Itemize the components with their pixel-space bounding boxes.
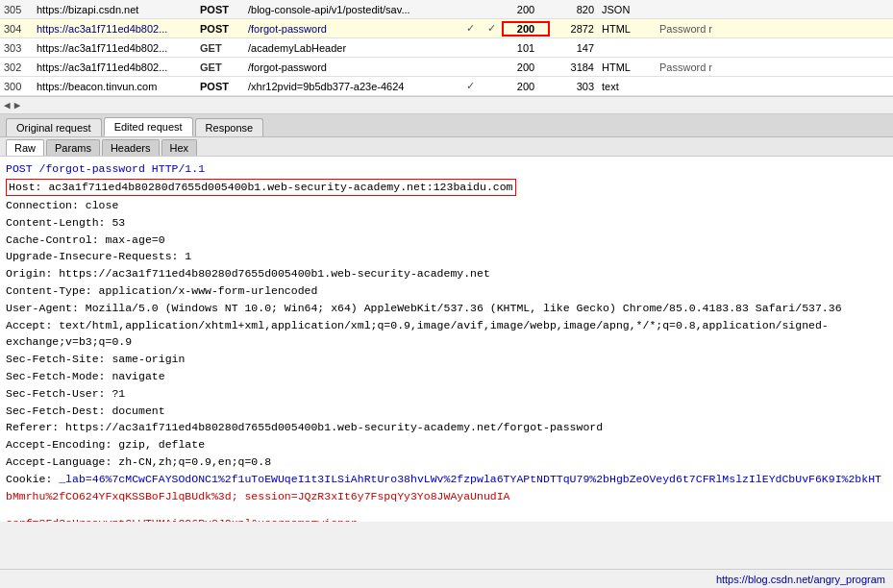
row-method: POST xyxy=(200,81,248,92)
tab-edited-request[interactable]: Edited request xyxy=(104,117,193,136)
row-host: https://bizapi.csdn.net xyxy=(37,4,200,15)
scroll-left-arrow[interactable]: ◀ xyxy=(4,99,11,111)
row-mime: text xyxy=(598,81,656,92)
row-url: /forgot-password xyxy=(248,23,459,35)
row-note: Password r xyxy=(656,23,893,35)
header-upgrade-insecure: Upgrade-Insecure-Requests: 1 xyxy=(6,248,887,265)
request-content: POST /forgot-password HTTP/1.1 Host: ac3… xyxy=(0,157,893,522)
row-length: 303 xyxy=(550,81,598,92)
row-length: 2872 xyxy=(550,23,598,35)
main-tabs: Original request Edited request Response xyxy=(0,114,893,137)
header-user-agent: User-Agent: Mozilla/5.0 (Windows NT 10.0… xyxy=(6,300,887,317)
host-line: Host: ac3a1f711ed4b80280d7655d005400b1.w… xyxy=(6,179,516,196)
request-table: 305 https://bizapi.csdn.net POST /blog-c… xyxy=(0,0,893,97)
cookie-rest: bMmrhu%2fCO624YFxqKSSBoFJlqBUdk%3d; sess… xyxy=(6,490,510,502)
table-row[interactable]: 304 https://ac3a1f711ed4b802... POST /fo… xyxy=(0,19,893,38)
tab-original-request[interactable]: Original request xyxy=(6,118,102,136)
row-url: /academyLabHeader xyxy=(248,42,459,54)
row-method: GET xyxy=(200,42,248,54)
sub-tab-hex[interactable]: Hex xyxy=(161,139,198,156)
header-connection: Connection: close xyxy=(6,197,887,214)
row-length: 147 xyxy=(550,42,598,54)
scroll-right-arrow[interactable]: ▶ xyxy=(14,99,21,111)
row-length: 820 xyxy=(550,4,598,15)
status-bar: https://blog.csdn.net/angry_program xyxy=(0,569,893,588)
row-url: /blog-console-api/v1/postedit/sav... xyxy=(248,4,459,15)
row-mime: JSON xyxy=(598,4,656,15)
header-accept: Accept: text/html,application/xhtml+xml,… xyxy=(6,317,887,352)
row-num: 300 xyxy=(0,81,37,92)
row-url: /xhr12pvid=9b5db377-a23e-4624 xyxy=(248,81,459,92)
row-host: https://ac3a1f711ed4b802... xyxy=(37,61,200,73)
sub-tab-raw[interactable]: Raw xyxy=(6,139,44,156)
header-accept-encoding: Accept-Encoding: gzip, deflate xyxy=(6,436,887,453)
header-accept-language: Accept-Language: zh-CN,zh;q=0.9,en;q=0.8 xyxy=(6,453,887,471)
header-sec-fetch-user: Sec-Fetch-User: ?1 xyxy=(6,385,887,403)
row-num: 302 xyxy=(0,61,37,73)
sub-tab-params[interactable]: Params xyxy=(46,139,100,156)
cookie-value-blue: _lab=46%7cMCwCFAYSOdONC1%2f1uToEWUqeI1t3… xyxy=(59,473,881,485)
row-method: POST xyxy=(200,4,248,15)
row-status: 101 xyxy=(502,42,550,54)
row-status: 200 xyxy=(502,4,550,15)
row-host: https://ac3a1f711ed4b802... xyxy=(37,42,200,54)
header-sec-fetch-mode: Sec-Fetch-Mode: navigate xyxy=(6,368,887,385)
row-length: 3184 xyxy=(550,61,598,73)
row-host: https://ac3a1f711ed4b802... xyxy=(37,23,200,35)
header-origin: Origin: https://ac3a1f711ed4b80280d7655d… xyxy=(6,265,887,282)
row-check1: ✓ xyxy=(459,80,481,92)
host-line-wrapper: Host: ac3a1f711ed4b80280d7655d005400b1.w… xyxy=(6,179,887,196)
sub-tab-headers[interactable]: Headers xyxy=(102,139,160,156)
row-check1: ✓ xyxy=(459,22,481,35)
row-status: 200 xyxy=(502,21,550,37)
row-host: https://beacon.tinvun.com xyxy=(37,81,200,92)
table-row[interactable]: 305 https://bizapi.csdn.net POST /blog-c… xyxy=(0,0,893,19)
request-line: POST /forgot-password HTTP/1.1 xyxy=(6,160,887,178)
blank-line xyxy=(6,505,887,515)
tab-response[interactable]: Response xyxy=(195,118,264,136)
scroll-controls: ◀ ▶ xyxy=(0,97,893,114)
row-num: 305 xyxy=(0,4,37,15)
table-row[interactable]: 303 https://ac3a1f711ed4b802... GET /aca… xyxy=(0,38,893,58)
row-status: 200 xyxy=(502,81,550,92)
header-cache-control: Cache-Control: max-age=0 xyxy=(6,232,887,249)
header-content-length: Content-Length: 53 xyxy=(6,214,887,232)
row-method: POST xyxy=(200,23,248,35)
sub-tabs: Raw Params Headers Hex xyxy=(0,137,893,157)
row-mime: HTML xyxy=(598,61,656,73)
row-num: 303 xyxy=(0,42,37,54)
table-row[interactable]: 300 https://beacon.tinvun.com POST /xhr1… xyxy=(0,77,893,96)
cookie-label: Cookie: xyxy=(6,473,52,485)
row-num: 304 xyxy=(0,23,37,35)
header-cookie: Cookie: _lab=46%7cMCwCFAYSOdONC1%2f1uToE… xyxy=(6,471,887,488)
row-method: GET xyxy=(200,61,248,73)
row-note: Password r xyxy=(656,61,893,73)
header-referer: Referer: https://ac3a1f711ed4b80280d7655… xyxy=(6,419,887,436)
cookie-rest-line: bMmrhu%2fCO624YFxqKSSBoFJlqBUdk%3d; sess… xyxy=(6,488,887,505)
header-content-type: Content-Type: application/x-www-form-url… xyxy=(6,282,887,300)
header-sec-fetch-dest: Sec-Fetch-Dest: document xyxy=(6,403,887,420)
header-sec-fetch-site: Sec-Fetch-Site: same-origin xyxy=(6,351,887,368)
row-check2: ✓ xyxy=(481,22,502,35)
row-status: 200 xyxy=(502,61,550,73)
row-url: /forgot-password xyxy=(248,61,459,73)
status-link[interactable]: https://blog.csdn.net/angry_program xyxy=(716,574,885,585)
table-row[interactable]: 302 https://ac3a1f711ed4b802... GET /for… xyxy=(0,58,893,77)
body-line: csrf=SFd3sHreayvptGLWTUMAiQO6Py0JQxpl&us… xyxy=(6,515,887,522)
row-mime: HTML xyxy=(598,23,656,35)
